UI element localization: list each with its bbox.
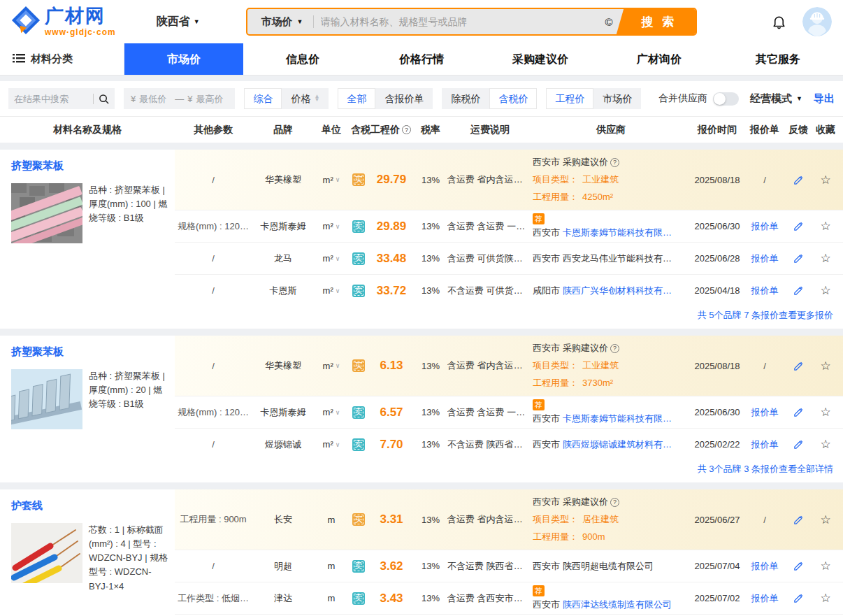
quote-date: 2025/02/22 [689, 439, 745, 450]
other-params: 工作类型 : 低烟… [175, 592, 252, 605]
quotation-link[interactable]: 报价单 [745, 252, 784, 265]
product-image[interactable] [11, 183, 82, 243]
feedback-edit-icon[interactable] [784, 252, 812, 264]
supplier-name[interactable]: 卡恩斯泰姆节能科技有限… [563, 227, 672, 238]
search-icon[interactable] [99, 94, 109, 104]
tax-included[interactable]: 含税价 [489, 88, 537, 109]
feedback-edit-icon[interactable] [784, 514, 812, 526]
favorite-star-icon[interactable]: ☆ [812, 251, 839, 266]
supplier-cell: 西安市陕西煜塬锦诚建筑材料有… [533, 438, 689, 451]
freight-note: 不含运费 可供货陕西省… [447, 285, 533, 297]
nav-tab[interactable]: 广材询价 [600, 43, 719, 75]
product-title-link[interactable]: 护套线 [11, 499, 43, 513]
feedback-edit-icon[interactable] [784, 174, 812, 186]
other-params: / [175, 253, 252, 264]
search-input[interactable] [314, 16, 605, 27]
favorite-star-icon[interactable]: ☆ [812, 283, 839, 298]
nav-tab[interactable]: 价格行情 [362, 43, 481, 75]
export-link[interactable]: 导出 [814, 92, 835, 106]
copyright-icon[interactable]: © [605, 16, 613, 28]
favorite-star-icon[interactable]: ☆ [812, 359, 839, 373]
quotation-link[interactable]: 报价单 [745, 406, 784, 419]
filter-all[interactable]: 全部 [338, 88, 375, 109]
min-price-input[interactable] [139, 94, 171, 104]
feedback-edit-icon[interactable] [784, 406, 812, 418]
price-type-market[interactable]: 市场价 [593, 88, 641, 109]
supplier-name[interactable]: 陕西煜塬锦诚建筑材料有… [563, 439, 672, 450]
feedback-edit-icon[interactable] [784, 220, 812, 232]
quotation-link[interactable]: 报价单 [745, 285, 784, 297]
feedback-edit-icon[interactable] [784, 360, 812, 372]
supplier-cell: 西安市陕西明超电缆有限公司 [533, 560, 689, 573]
more-quotes-link[interactable]: 共 5个品牌 7 条报价查看更多报价 [698, 310, 833, 320]
search-category-dropdown[interactable]: 市场价 ▼ [247, 15, 313, 29]
favorite-star-icon[interactable]: ☆ [812, 173, 839, 187]
nav-tab[interactable]: 采购建议价 [481, 43, 600, 75]
unit-dropdown: m [328, 593, 336, 603]
favorite-star-icon[interactable]: ☆ [812, 437, 839, 452]
brand: 卡恩斯 [252, 285, 315, 297]
feedback-edit-icon[interactable] [784, 592, 812, 604]
material-category-menu[interactable]: 材料分类 [0, 43, 124, 75]
sell-badge: 卖 [352, 592, 365, 605]
region-selector[interactable]: 陕西省 ▼ [157, 15, 200, 29]
unit-dropdown[interactable]: m²∨ [323, 439, 340, 450]
help-icon[interactable]: ? [402, 125, 411, 134]
sort-comprehensive[interactable]: 综合 [244, 88, 282, 109]
quote-date: 2025/04/18 [689, 285, 745, 296]
more-quotes-link[interactable]: 共 3个品牌 3 条报价查看全部详情 [698, 464, 833, 474]
price-type-toggle: 工程价 市场价 [546, 88, 641, 109]
favorite-star-icon[interactable]: ☆ [812, 559, 839, 573]
favorite-star-icon[interactable]: ☆ [812, 219, 839, 234]
unit-dropdown[interactable]: m²∨ [323, 253, 340, 264]
help-icon[interactable]: ? [610, 344, 619, 353]
supplier-name: 采购建议价 [563, 496, 608, 507]
nav-tab[interactable]: 其它服务 [719, 43, 837, 75]
supplier-cell: 西安市采购建议价? 项目类型：工业建筑 工程用量：4250m² [533, 156, 689, 203]
quotation-link[interactable]: 报价单 [745, 592, 784, 605]
other-params: / [175, 285, 252, 296]
price-type-project[interactable]: 工程价 [546, 88, 593, 109]
help-icon[interactable]: ? [610, 498, 619, 507]
product-image[interactable] [11, 523, 82, 583]
unit-dropdown[interactable]: m²∨ [323, 221, 340, 231]
tax-excluded[interactable]: 除税价 [442, 88, 489, 109]
favorite-star-icon[interactable]: ☆ [812, 405, 839, 420]
product-title-link[interactable]: 挤塑聚苯板 [11, 159, 64, 173]
unit-dropdown[interactable]: m²∨ [323, 285, 340, 296]
unit-dropdown[interactable]: m²∨ [323, 407, 340, 417]
site-logo[interactable]: 广材网 www·gldjc·com [11, 6, 116, 38]
nav-tab[interactable]: 信息价 [243, 43, 362, 75]
product-image[interactable] [11, 369, 82, 429]
quotation-link[interactable]: 报价单 [745, 220, 784, 233]
user-avatar[interactable] [802, 7, 832, 36]
product-group: 挤塑聚苯板 品种 : 挤塑聚苯板 | 厚度(mm) : 100 | 燃烧等级 :… [0, 150, 843, 329]
merge-supplier-toggle[interactable] [713, 92, 739, 106]
unit-dropdown[interactable]: m²∨ [323, 175, 340, 185]
product-info: 护套线 芯数 : 1 | 标称截面(mm²) : 4 | 型号 : WDZCN-… [0, 489, 175, 616]
product-title-link[interactable]: 挤塑聚苯板 [11, 345, 64, 359]
feedback-edit-icon[interactable] [784, 285, 812, 296]
favorite-star-icon[interactable]: ☆ [812, 591, 839, 606]
business-mode-dropdown[interactable]: 经营模式 ▼ [750, 92, 802, 106]
supplier-name[interactable]: 卡恩斯泰姆节能科技有限… [563, 413, 672, 424]
nav-tab[interactable]: 市场价 [124, 43, 243, 75]
supplier-city: 西安市 [533, 496, 560, 507]
result-search-input[interactable] [14, 94, 91, 104]
filter-with-quotation[interactable]: 含报价单 [375, 88, 433, 109]
range-dash: — [175, 94, 184, 104]
help-icon[interactable]: ? [610, 158, 619, 167]
sort-toggle: 综合 价格 ▲▼ [244, 88, 329, 109]
feedback-edit-icon[interactable] [784, 560, 812, 572]
quotation-link[interactable]: 报价单 [745, 560, 784, 573]
feedback-edit-icon[interactable] [784, 438, 812, 450]
supplier-name[interactable]: 陕西广兴华创材料科技有… [563, 285, 672, 296]
notification-bell-icon[interactable] [771, 14, 787, 30]
search-button[interactable]: 搜 索 [616, 8, 697, 36]
favorite-star-icon[interactable]: ☆ [812, 513, 839, 527]
unit-dropdown[interactable]: m²∨ [323, 361, 340, 371]
sort-price[interactable]: 价格 ▲▼ [282, 88, 329, 109]
quotation-link[interactable]: 报价单 [745, 438, 784, 451]
supplier-name[interactable]: 陕西津达线缆制造有限公司 [563, 599, 672, 610]
max-price-input[interactable] [196, 94, 228, 104]
